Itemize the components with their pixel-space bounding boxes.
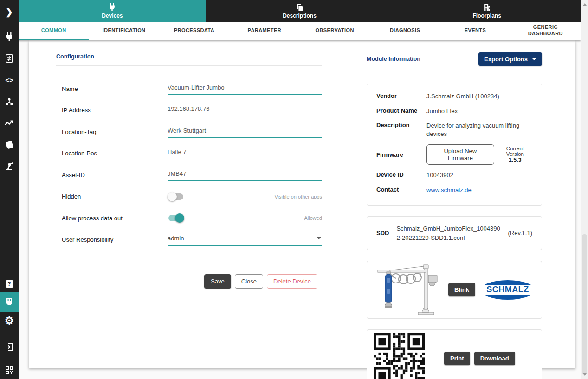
description-value: Device for analyzing vacuum lifting devi… [426,122,532,138]
contact-link[interactable]: www.schmalz.de [426,186,472,194]
close-button[interactable]: Close [235,274,263,289]
sdd-filename: Schmalz_GmbH_JumboFlex_10043902-20221229… [396,224,502,242]
tab-devices[interactable]: Devices [19,0,206,22]
transfer-icon [5,54,14,63]
allow-process-data-out-toggle[interactable] [168,213,184,223]
scroll-down-arrow-icon[interactable] [583,373,587,376]
allow-process-data-out-label: Allow process data out [56,215,168,222]
plug-icon [108,3,116,12]
vacuum-lifter-illustration [374,263,443,316]
sdd-label: SDD [376,230,389,237]
hidden-toggle-note: Visible on other apps [274,194,322,199]
export-options-label: Export Options [484,56,528,63]
field-row-ip-address: IP Address [56,100,322,122]
notebook-icon [5,140,14,149]
user-responsibility-select[interactable]: admin [168,234,322,246]
tab-floorplans-label: Floorplans [473,13,501,19]
select-row-user-responsibility: User Responsibility admin [56,229,322,251]
location-tag-input[interactable] [168,126,322,138]
tab-floorplans[interactable]: Floorplans [393,0,581,22]
field-row-asset-id: Asset-ID [56,164,322,186]
device-id-label: Device ID [376,171,426,178]
chevron-down-icon [532,58,536,60]
main-area: Configuration Name IP Address Location-T… [19,40,581,379]
sidebar-item-code[interactable]: <> [0,73,19,86]
current-version-value: 1.5.3 [498,157,532,163]
vertical-scrollbar[interactable] [581,0,588,379]
location-tag-label: Location-Tag [56,128,168,135]
help-icon: ? [6,280,13,288]
tab-descriptions-label: Descriptions [283,13,317,19]
ip-address-input[interactable] [168,104,322,116]
allow-process-data-out-note: Allowed [304,215,322,221]
asset-id-input[interactable] [168,169,322,181]
subtab-events[interactable]: EVENTS [440,22,510,40]
sidebar-item-robot[interactable] [0,160,19,173]
subtab-generic-dashboard[interactable]: GENERIC DASHBOARD [510,22,581,40]
network-hub-icon [5,97,14,106]
ip-address-label: IP Address [56,107,168,114]
location-pos-input[interactable] [168,148,322,159]
scrollbar-thumb[interactable] [582,234,587,375]
code-icon: <> [5,77,13,84]
scroll-up-arrow-icon[interactable] [583,3,587,6]
info-row-description: Description Device for analyzing vacuum … [376,122,532,138]
toggle-row-process-data-out: Allow process data out Allowed [56,207,322,229]
module-information-title: Module Information [367,56,420,62]
sidebar-item-documentation[interactable] [0,138,19,151]
qr-panel: Print Download [367,329,542,379]
info-row-contact: Contact www.schmalz.de [376,186,532,194]
name-input[interactable] [168,83,322,95]
device-info-panel: Vendor J.Schmalz GmbH (100234) Product N… [367,84,542,206]
configuration-section: Configuration Name IP Address Location-T… [56,53,322,289]
sidebar-item-network[interactable] [0,95,19,108]
sidebar-item-settings[interactable]: ⚙ [0,314,19,327]
subtab-common[interactable]: COMMON [19,22,89,40]
delete-device-button[interactable]: Delete Device [267,274,317,289]
divider [367,72,542,72]
user-responsibility-label: User Responsibility [56,236,168,243]
gear-icon: ⚙ [5,315,14,326]
subtab-diagnosis[interactable]: DIAGNOSIS [370,22,440,40]
print-button[interactable]: Print [444,352,470,365]
subtab-parameter[interactable]: PARAMETER [229,22,299,40]
content-card: Configuration Name IP Address Location-T… [29,40,575,368]
subtab-observation[interactable]: OBSERVATION [300,22,370,40]
schmalz-logo-text: SCHMALZ [480,285,535,295]
sidebar-item-analytics[interactable] [0,116,19,129]
divider [56,65,322,66]
hidden-toggle[interactable] [168,192,184,201]
sidebar-item-help[interactable]: ? [0,277,19,290]
sidebar-item-connector-active[interactable] [0,292,19,312]
name-label: Name [56,85,168,92]
sub-nav: COMMON IDENTIFICATION PROCESSDATA PARAME… [19,22,581,40]
sidebar-item-qr-scan[interactable] [0,364,19,377]
sidebar: ❯ <> ? ⚙ [0,0,19,379]
info-row-vendor: Vendor J.Schmalz GmbH (100234) [376,92,532,101]
analytics-icon [4,119,14,127]
subtab-identification[interactable]: IDENTIFICATION [89,22,159,40]
product-name-value: Jumbo Flex [426,107,458,116]
sidebar-expand-button[interactable]: ❯ [0,5,19,18]
device-image-panel: Blink SCHMALZ [367,261,542,319]
tab-descriptions[interactable]: Descriptions [206,0,394,22]
download-button[interactable]: Download [474,352,515,365]
info-row-device-id: Device ID 10043902 [376,171,532,180]
sidebar-item-devices[interactable] [0,31,19,44]
info-row-firmware: Firmware Upload New Firmware Current Ver… [376,144,532,165]
blink-button[interactable]: Blink [448,283,475,296]
subtab-processdata[interactable]: PROCESSDATA [159,22,229,40]
configuration-title: Configuration [56,53,322,60]
sidebar-item-logout[interactable] [0,340,19,353]
save-button[interactable]: Save [204,274,231,289]
top-nav: Devices Descriptions Floorplans [19,0,581,22]
user-responsibility-value: admin [168,235,184,242]
upload-new-firmware-button[interactable]: Upload New Firmware [426,144,494,165]
building-icon [483,3,491,12]
contact-label: Contact [376,186,426,193]
export-options-button[interactable]: Export Options [478,52,542,66]
tab-devices-label: Devices [102,13,123,19]
robot-arm-icon [5,161,14,171]
field-row-location-pos: Location-Pos [56,143,322,165]
sidebar-item-transfer[interactable] [0,52,19,65]
